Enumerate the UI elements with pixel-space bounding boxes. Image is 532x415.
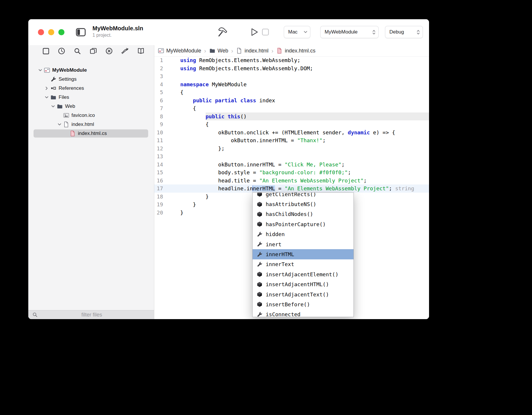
- tree-item-files[interactable]: Files: [28, 93, 154, 102]
- autocomplete-item-innerhtml[interactable]: innerHTML: [253, 249, 354, 259]
- project-tree: MyWebModuleSettingsReferencesFilesWebfav…: [28, 66, 154, 138]
- document-icon: [63, 122, 70, 127]
- autocomplete-item-label: insertAdjacentText(): [266, 291, 329, 298]
- breadcrumb-item-index-html-cs[interactable]: index.html.cs: [276, 48, 315, 54]
- tree-item-label: MyWebModule: [52, 67, 87, 73]
- code-line-10[interactable]: 10 okButton.onclick += (HTMLElement send…: [154, 129, 429, 137]
- run-button[interactable]: [251, 28, 259, 38]
- chevron-down-icon: [304, 31, 307, 33]
- autocomplete-item-inert[interactable]: inert: [253, 239, 354, 249]
- line-number: 19: [154, 201, 163, 209]
- document-icon: [236, 48, 242, 54]
- autocomplete-item-insertadjacentelement[interactable]: insertAdjacentElement(): [253, 269, 354, 279]
- tree-item-references[interactable]: References: [28, 84, 154, 93]
- autocomplete-popup: getClientRects()hasAttributeNS()hasChild…: [252, 192, 354, 317]
- code-line-7[interactable]: 7 {: [154, 104, 429, 112]
- config-dropdown-label: Debug: [389, 29, 404, 35]
- autocomplete-item-isconnected[interactable]: isConnected: [253, 310, 354, 317]
- filter-files-input[interactable]: filter files: [38, 312, 146, 318]
- line-number: 16: [154, 177, 163, 185]
- issues-circle-icon[interactable]: [105, 47, 113, 55]
- config-dropdown[interactable]: Debug: [385, 26, 423, 38]
- chevron-right-icon[interactable]: [43, 87, 50, 90]
- autocomplete-item-haschildnodes[interactable]: hasChildNodes(): [253, 209, 354, 219]
- autocomplete-item-label: insertAdjacentElement(): [266, 271, 338, 277]
- chevron-up-down-icon: [416, 29, 420, 35]
- code-line-11[interactable]: 11 okButton.innerHTML = "Thanx!";: [154, 136, 429, 145]
- scheme-dropdown[interactable]: MyWebModule: [320, 26, 379, 38]
- references-icon: [50, 86, 57, 90]
- window-title: MyWebModule.sln: [92, 25, 143, 32]
- tree-item-index-html[interactable]: index.html: [28, 120, 154, 129]
- cube-icon: [256, 301, 263, 307]
- code-line-15[interactable]: 15 body.style = "background-color: #f0f0…: [154, 168, 429, 177]
- close-window-button[interactable]: [38, 29, 44, 35]
- code-line-3[interactable]: 3: [154, 72, 429, 80]
- document-icon: [276, 48, 283, 54]
- line-number: 12: [154, 145, 163, 153]
- autocomplete-item-haspointercapture[interactable]: hasPointerCapture(): [253, 219, 354, 229]
- window-subtitle: 1 project.: [92, 33, 143, 38]
- breadcrumb-separator: ›: [271, 47, 273, 54]
- search-tab-icon[interactable]: [73, 47, 82, 55]
- tree-item-settings[interactable]: Settings: [28, 75, 154, 84]
- chevron-down-icon[interactable]: [50, 105, 56, 108]
- code-line-1[interactable]: 1using RemObjects.Elements.WebAssembly;: [154, 56, 429, 64]
- autocomplete-item-label: innerText: [266, 261, 294, 267]
- clock-icon[interactable]: [57, 47, 66, 55]
- project-icon: [43, 68, 50, 73]
- autocomplete-item-innertext[interactable]: innerText: [253, 259, 354, 269]
- copy-stack-icon[interactable]: [89, 47, 98, 55]
- stop-button[interactable]: [262, 28, 269, 37]
- autocomplete-item-label: insertAdjacentHTML(): [266, 281, 329, 287]
- autocomplete-item-insertbefore[interactable]: insertBefore(): [253, 299, 354, 309]
- code-line-8[interactable]: 8 public this(): [154, 112, 429, 121]
- breadcrumb-label: index.html: [244, 48, 268, 54]
- sidebar-toggle-icon[interactable]: [76, 28, 86, 38]
- chevron-down-icon[interactable]: [37, 69, 43, 71]
- code-line-14[interactable]: 14 okButton.innerHTML = "Click Me, Pleas…: [154, 161, 429, 169]
- title-block: MyWebModule.sln 1 project.: [92, 25, 143, 38]
- tree-item-index-html-cs[interactable]: index.html.cs: [28, 129, 154, 138]
- autocomplete-item-insertadjacenthtml[interactable]: insertAdjacentHTML(): [253, 279, 354, 289]
- line-number: 13: [154, 152, 163, 161]
- project-tab-icon[interactable]: [41, 47, 50, 55]
- wrench-icon: [256, 241, 263, 247]
- code-line-16[interactable]: 16 head.title = "An Elements WebAssembly…: [154, 177, 429, 185]
- code-line-4[interactable]: 4namespace MyWebModule: [154, 80, 429, 89]
- code-line-12[interactable]: 12 };: [154, 145, 429, 153]
- platform-dropdown[interactable]: Mac: [284, 26, 310, 38]
- autocomplete-item-hasattributens[interactable]: hasAttributeNS(): [253, 199, 354, 209]
- tree-item-favicon-ico[interactable]: favicon.ico: [28, 111, 154, 120]
- line-number: 1: [154, 56, 163, 64]
- autocomplete-item-label: isConnected: [266, 311, 300, 317]
- zoom-window-button[interactable]: [58, 29, 64, 35]
- app-window: MyWebModule.sln 1 project. Mac MyWebModu…: [28, 19, 429, 319]
- autocomplete-item-getclientrects[interactable]: getClientRects(): [253, 192, 354, 199]
- minimize-window-button[interactable]: [48, 29, 54, 35]
- tree-item-web[interactable]: Web: [28, 102, 154, 111]
- code-line-2[interactable]: 2using RemObjects.Elements.WebAssembly.D…: [154, 64, 429, 73]
- breadcrumb-item-mywebmodule[interactable]: MyWebModule: [158, 48, 201, 54]
- book-icon[interactable]: [136, 47, 145, 55]
- crossed-arrow-icon[interactable]: [121, 47, 130, 55]
- code-line-6[interactable]: 6 public partial class index: [154, 96, 429, 105]
- autocomplete-item-insertadjacenttext[interactable]: insertAdjacentText(): [253, 289, 354, 299]
- breadcrumb-item-web[interactable]: Web: [209, 48, 228, 54]
- tree-item-label: Settings: [59, 76, 76, 82]
- breadcrumb-item-index-html[interactable]: index.html: [236, 48, 268, 54]
- breadcrumb-separator: ›: [204, 47, 206, 54]
- chevron-up-down-icon: [372, 29, 376, 35]
- code-line-13[interactable]: 13: [154, 152, 429, 161]
- code-line-17[interactable]: 17 headline.innerHTML = "An Elements Web…: [154, 184, 429, 193]
- chevron-down-icon[interactable]: [56, 123, 63, 126]
- cube-icon: [256, 291, 263, 297]
- tree-item-label: index.html.cs: [78, 131, 107, 136]
- chevron-down-icon[interactable]: [43, 96, 50, 99]
- code-line-9[interactable]: 9 {: [154, 120, 429, 129]
- tree-item-mywebmodule[interactable]: MyWebModule: [28, 66, 154, 75]
- search-icon: [32, 312, 38, 317]
- build-hammer-icon[interactable]: [217, 27, 228, 38]
- code-line-5[interactable]: 5{: [154, 88, 429, 96]
- autocomplete-item-hidden[interactable]: hidden: [253, 229, 354, 239]
